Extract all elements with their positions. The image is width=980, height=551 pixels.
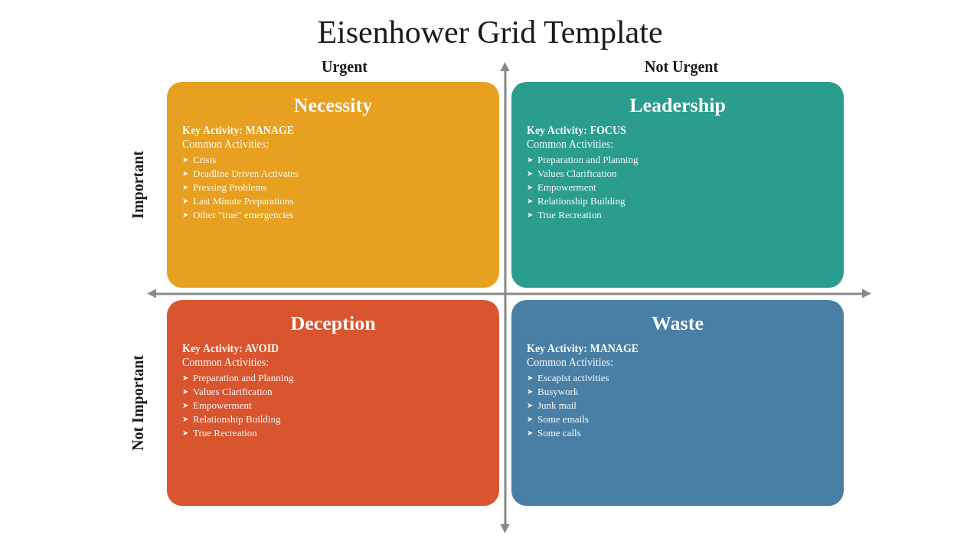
axis-urgent-label: Urgent [322,58,368,75]
horizontal-axis [153,293,865,295]
list-item: Junk mail [527,399,828,412]
list-item: Escapist activities [527,372,828,384]
leadership-common-label: Common Activities: [527,139,828,151]
list-item: Pressing Problems [182,181,484,194]
deception-common-label: Common Activities: [182,357,484,369]
axis-important-label: Important [129,151,147,219]
necessity-quadrant: Necessity Key Activity: MANAGE Common Ac… [167,82,499,288]
necessity-activity-list: Crisis Deadline Driven Activates Pressin… [182,154,484,221]
deception-activity-list: Preparation and Planning Values Clarific… [182,372,484,439]
list-item: True Recreation [182,427,484,439]
deception-quadrant: Deception Key Activity: AVOID Common Act… [167,300,499,506]
list-item: Last Minute Preparations [182,195,484,207]
list-item: Values Clarification [527,168,828,180]
list-item: Other "true" emergencies [182,209,484,221]
waste-activity-list: Escapist activities Busywork Junk mail S… [527,372,828,439]
deception-title: Deception [182,312,484,335]
leadership-activity-list: Preparation and Planning Values Clarific… [527,154,828,221]
leadership-quadrant: Leadership Key Activity: FOCUS Common Ac… [511,82,844,288]
necessity-title: Necessity [182,94,484,117]
necessity-common-label: Common Activities: [182,139,484,151]
list-item: Deadline Driven Activates [182,168,484,180]
necessity-key-activity: Key Activity: MANAGE [182,125,484,137]
list-item: Preparation and Planning [527,154,828,166]
list-item: Relationship Building [527,195,828,207]
list-item: Some calls [527,427,828,439]
leadership-key-activity: Key Activity: FOCUS [527,125,828,137]
axis-not-urgent-label: Not Urgent [645,58,718,75]
list-item: Crisis [182,154,484,166]
list-item: Empowerment [527,181,828,194]
list-item: Empowerment [182,399,484,412]
list-item: Relationship Building [182,413,484,425]
deception-key-activity: Key Activity: AVOID [182,343,484,355]
vertical-axis [505,68,507,527]
axis-not-important-label: Not Important [129,355,147,451]
list-item: Values Clarification [182,386,484,398]
list-item: True Recreation [527,209,828,221]
waste-title: Waste [527,312,828,335]
list-item: Preparation and Planning [182,372,484,384]
waste-quadrant: Waste Key Activity: MANAGE Common Activi… [511,300,844,506]
waste-common-label: Common Activities: [527,357,828,369]
page-title: Eisenhower Grid Template [317,14,662,51]
list-item: Some emails [527,413,828,425]
list-item: Busywork [527,386,828,398]
waste-key-activity: Key Activity: MANAGE [527,343,828,355]
leadership-title: Leadership [527,94,828,117]
